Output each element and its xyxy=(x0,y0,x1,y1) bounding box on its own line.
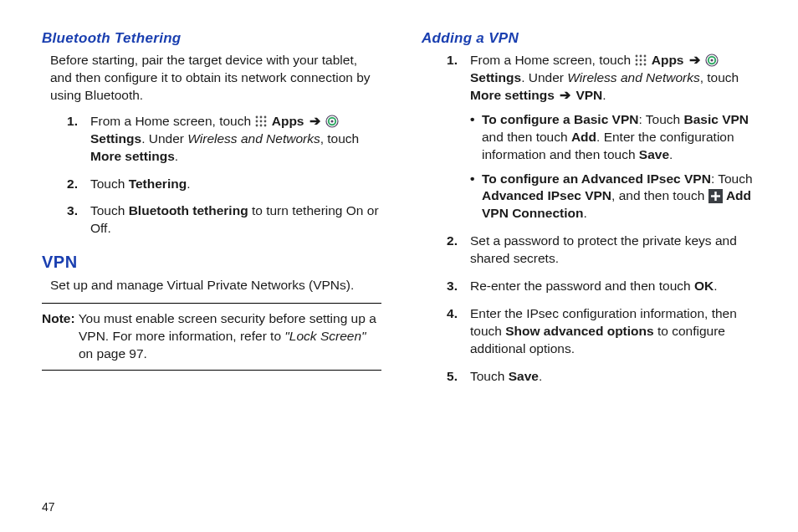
heading-bluetooth-tethering: Bluetooth Tethering xyxy=(42,30,381,47)
save: Save xyxy=(509,369,539,383)
bt-step-1: From a Home screen, touch Apps ➔ Setting… xyxy=(42,113,381,166)
svg-point-17 xyxy=(644,59,647,62)
svg-point-7 xyxy=(260,124,263,126)
period: . xyxy=(175,149,178,163)
arrow-icon: ➔ xyxy=(308,113,322,130)
period: . xyxy=(141,131,149,146)
label: To configure an Advanced IPsec VPN xyxy=(482,171,711,186)
settings-label: Settings xyxy=(90,131,141,146)
bt-step-3: Touch Bluetooth tethering to turn tether… xyxy=(42,202,381,238)
svg-point-23 xyxy=(711,59,714,61)
right-column: Adding a VPN From a Home screen, touch A… xyxy=(422,30,761,515)
vpn-step-4: Enter the IPsec configuration informatio… xyxy=(422,305,761,358)
svg-point-12 xyxy=(636,55,638,58)
svg-point-3 xyxy=(256,120,258,122)
vpn-step-1: From a Home screen, touch Apps ➔ Setting… xyxy=(422,52,761,223)
svg-point-1 xyxy=(260,115,263,118)
note-ref: "Lock Screen" xyxy=(284,329,366,343)
arrow-icon: ➔ xyxy=(558,87,572,105)
show-advanced-options: Show advanced options xyxy=(505,324,653,338)
plus-icon xyxy=(708,189,723,203)
tethering: Tethering xyxy=(129,176,187,191)
vpn-step-3: Re-enter the password and then touch OK. xyxy=(422,278,761,295)
period: . xyxy=(602,88,606,102)
text: , touch xyxy=(700,70,739,84)
settings-icon xyxy=(325,115,339,128)
svg-point-13 xyxy=(640,55,642,58)
settings-icon xyxy=(705,54,719,67)
heading-vpn: VPN xyxy=(42,253,381,272)
left-column: Bluetooth Tethering Before starting, pai… xyxy=(42,30,381,515)
divider xyxy=(42,370,381,371)
text: Set a password to protect the private ke… xyxy=(470,233,737,265)
period: . xyxy=(669,147,673,161)
apps-label: Apps xyxy=(652,53,684,67)
settings-label: Settings xyxy=(470,70,521,84)
text: Under xyxy=(149,131,188,146)
wireless-networks: Wireless and Networks xyxy=(567,70,699,84)
page: Bluetooth Tethering Before starting, pai… xyxy=(0,0,798,532)
period: . xyxy=(187,176,190,191)
bt-step-2: Touch Tethering. xyxy=(42,176,381,193)
text: Touch xyxy=(90,203,129,217)
vpn-step-2: Set a password to protect the private ke… xyxy=(422,233,761,268)
svg-point-6 xyxy=(256,124,258,126)
label: To configure a Basic VPN xyxy=(482,112,638,126)
svg-point-15 xyxy=(636,59,638,62)
period: . xyxy=(539,369,542,383)
svg-point-5 xyxy=(264,120,267,122)
apps-icon xyxy=(634,54,647,67)
bullet-basic-vpn: To configure a Basic VPN: Touch Basic VP… xyxy=(470,111,761,164)
note-label: Note: xyxy=(42,311,75,325)
divider xyxy=(42,303,381,304)
svg-point-8 xyxy=(264,124,267,126)
svg-point-14 xyxy=(644,55,647,58)
arrow-icon: ➔ xyxy=(688,52,702,69)
vpn-intro: Set up and manage Virtual Private Networ… xyxy=(50,277,381,294)
more-settings: More settings xyxy=(90,149,175,163)
vpn-label: VPN xyxy=(575,88,602,102)
text: Touch xyxy=(90,176,129,191)
svg-rect-26 xyxy=(711,195,720,197)
text: , and then touch xyxy=(611,188,708,202)
bluetooth-tethering: Bluetooth tethering xyxy=(129,203,248,217)
svg-point-19 xyxy=(640,64,642,66)
bt-intro: Before starting, pair the target device … xyxy=(50,52,381,105)
bt-steps: From a Home screen, touch Apps ➔ Setting… xyxy=(42,113,381,238)
save: Save xyxy=(639,147,669,161)
svg-point-4 xyxy=(260,120,263,122)
text: Touch xyxy=(470,369,509,383)
period: . xyxy=(714,279,717,293)
ok: OK xyxy=(694,279,714,293)
period: . xyxy=(583,206,586,220)
text: From a Home screen, touch xyxy=(470,53,634,67)
advanced-ipsec-vpn: Advanced IPsec VPN xyxy=(482,188,611,202)
svg-point-20 xyxy=(644,64,647,66)
wireless-networks: Wireless and Networks xyxy=(187,131,320,146)
vpn-steps: From a Home screen, touch Apps ➔ Setting… xyxy=(422,52,761,386)
heading-adding-vpn: Adding a VPN xyxy=(422,30,761,47)
apps-label: Apps xyxy=(272,114,304,128)
more-settings: More settings xyxy=(470,88,558,102)
svg-point-0 xyxy=(256,115,258,118)
svg-point-16 xyxy=(640,59,642,62)
vpn-note: Note: You must enable screen security be… xyxy=(42,310,381,363)
vpn-sub-bullets: To configure a Basic VPN: Touch Basic VP… xyxy=(470,111,761,223)
text: , touch xyxy=(320,131,360,146)
add: Add xyxy=(571,130,596,144)
note-text: on page 97. xyxy=(79,346,147,361)
bullet-advanced-vpn: To configure an Advanced IPsec VPN: Touc… xyxy=(470,171,761,223)
apps-icon xyxy=(254,115,268,128)
vpn-step-5: Touch Save. xyxy=(422,368,761,386)
svg-point-2 xyxy=(264,115,267,118)
text: and then touch xyxy=(482,130,571,144)
svg-point-18 xyxy=(636,64,638,66)
text: : Touch xyxy=(711,171,753,186)
page-number: 47 xyxy=(42,500,55,514)
period: . xyxy=(521,70,529,84)
text: : Touch xyxy=(638,112,683,126)
svg-point-11 xyxy=(331,120,334,122)
text: Under xyxy=(529,70,568,84)
text: Re-enter the password and then touch xyxy=(470,279,694,293)
basic-vpn: Basic VPN xyxy=(684,112,749,126)
